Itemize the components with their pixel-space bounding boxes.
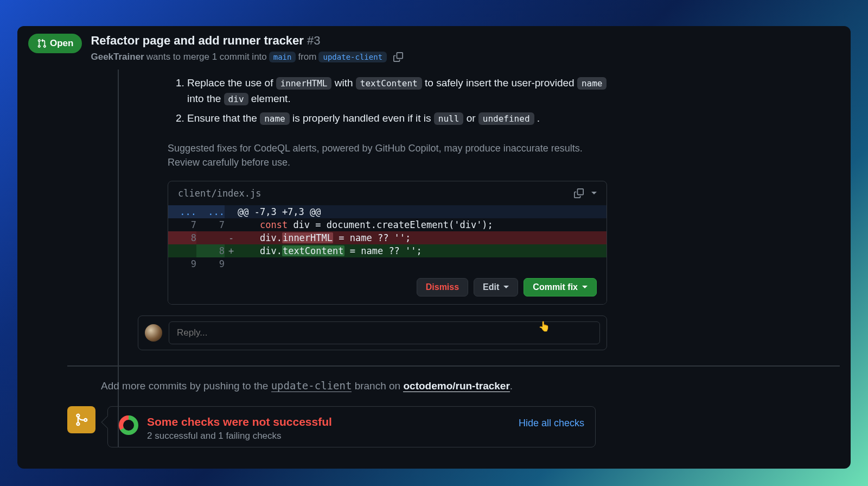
code-chip: div (224, 93, 248, 105)
code-chip: innerHTML (276, 77, 332, 90)
pr-subtitle: GeekTrainer wants to merge 1 commit into… (91, 50, 405, 64)
checks-card: Some checks were not successful 2 succes… (107, 406, 596, 447)
avatar[interactable] (145, 324, 162, 342)
push-hint: Add more commits by pushing to the updat… (101, 380, 840, 392)
pr-title: Refactor page and add runner tracker #3 (91, 34, 405, 48)
code-chip: name (260, 112, 290, 125)
code-chip: textContent (356, 77, 422, 90)
base-branch-chip[interactable]: main (269, 52, 296, 62)
diff-table: ... ... @@ -7,3 +7,3 @@ 7 7 const div = … (168, 205, 607, 270)
diff-menu-caret[interactable] (591, 192, 597, 194)
checks-title: Some checks were not successful (147, 415, 510, 428)
head-branch-chip[interactable]: update-client (318, 52, 387, 62)
copilot-disclaimer: Suggested fixes for CodeQL alerts, power… (168, 141, 607, 169)
diff-filename[interactable]: client/index.js (178, 188, 261, 199)
branch-link[interactable]: update-client (271, 380, 352, 392)
fix-suggestion-list: Replace the use of innerHTML with textCo… (168, 75, 607, 126)
commit-fix-button[interactable]: Commit fix (524, 278, 597, 296)
diff-line: 9 9 (168, 257, 607, 270)
diff-line-deletion: 8 - div.innerHTML = name ?? ''; (168, 231, 607, 244)
edit-button[interactable]: Edit (474, 278, 518, 296)
diff-card: client/index.js ... ... (168, 181, 607, 305)
checks-subtitle: 2 successful and 1 failing checks (147, 431, 510, 441)
copy-branch-icon[interactable] (391, 50, 405, 64)
code-chip: null (434, 112, 464, 125)
status-label: Open (50, 38, 73, 49)
code-chip: undefined (478, 112, 534, 125)
chevron-down-icon (503, 286, 509, 288)
reply-row (138, 315, 607, 350)
status-badge-open: Open (28, 34, 82, 53)
pr-author[interactable]: GeekTrainer (91, 52, 144, 62)
checks-donut-icon (119, 415, 138, 435)
reply-input[interactable] (169, 321, 600, 344)
diff-line-addition: 8 + div.textContent = name ?? ''; (168, 244, 607, 257)
diff-actions: Dismiss Edit Commit fix (168, 270, 607, 304)
copy-icon[interactable] (574, 188, 584, 198)
list-item: Replace the use of innerHTML with textCo… (187, 75, 607, 107)
list-item: Ensure that the name is properly handled… (187, 110, 607, 126)
dismiss-button[interactable]: Dismiss (417, 278, 468, 296)
chevron-down-icon (582, 286, 588, 288)
code-chip: name (577, 77, 607, 90)
git-pull-request-icon (37, 39, 47, 48)
pr-number: #3 (307, 34, 320, 47)
app-window: Open Refactor page and add runner tracke… (17, 26, 851, 469)
hunk-header-row[interactable]: ... ... @@ -7,3 +7,3 @@ (168, 205, 607, 218)
repo-link[interactable]: octodemo/run-tracker (403, 380, 509, 392)
merge-status-icon (67, 406, 95, 433)
pr-header: Open Refactor page and add runner tracke… (17, 26, 851, 70)
comment-body: Replace the use of innerHTML with textCo… (168, 70, 607, 305)
diff-line: 7 7 const div = document.createElement('… (168, 218, 607, 231)
hide-checks-link[interactable]: Hide all checks (519, 418, 584, 429)
